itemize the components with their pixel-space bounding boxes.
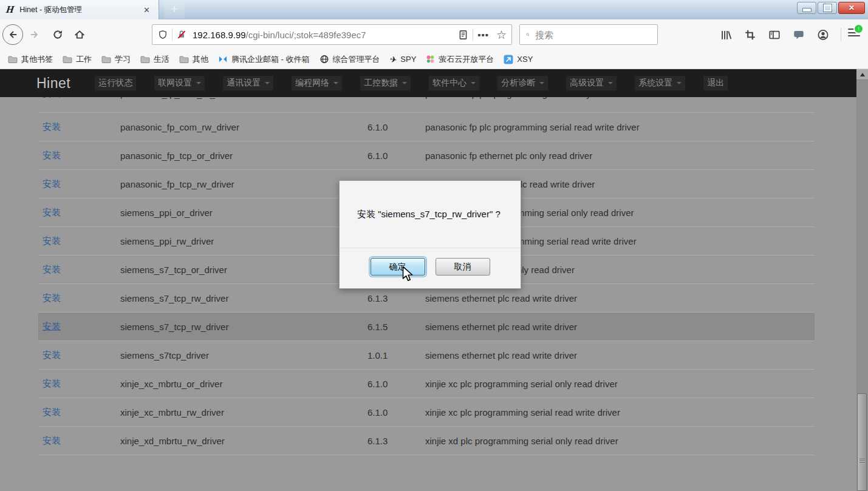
back-button[interactable] [2,24,23,45]
minimize-button[interactable] [797,2,816,14]
driver-version: 1.0.1 [367,350,388,361]
nav-item-logout[interactable]: 退出 [703,76,728,90]
search-input[interactable] [534,29,657,41]
url-host: 192.168.9.99 [193,30,246,40]
bookmark-spy[interactable]: ✈ SPY [385,53,422,66]
window-controls: ✕ [797,2,865,14]
reader-mode-icon[interactable] [458,30,468,40]
library-icon [720,29,732,41]
url-path: /cgi-bin/luci/;stok=489fe39ec7 [246,30,366,40]
install-link[interactable]: 安装 [43,293,61,303]
bookmarks-bar: 其他书签 工作 学习 生活 其他 腾讯企业邮箱 - 收件箱 综合管理平台 ✈ S… [0,50,868,69]
scrollbar-up-button[interactable] [856,69,868,80]
install-link[interactable]: 安装 [43,378,61,388]
install-link[interactable]: 安装 [43,235,61,246]
driver-name: siemens_s7_tcp_rw_driver [120,322,228,332]
close-icon: ✕ [849,4,855,12]
chat-extension-button[interactable] [793,29,805,41]
scrollbar-thumb[interactable] [857,393,867,491]
dialog-divider [340,248,521,248]
chevron-down-icon [265,82,270,87]
forward-button[interactable] [29,30,40,39]
install-link[interactable]: 安装 [43,264,61,274]
bookmark-folder-life[interactable]: 生活 [135,52,174,67]
chat-bubble-icon [793,29,805,41]
nav-item-run-status[interactable]: 运行状态 [95,76,136,90]
driver-name: panasonic_fp_tcp_rw_driver [120,179,234,189]
chevron-down-icon [333,82,338,87]
account-icon [817,29,829,41]
url-bar[interactable]: 192.168.9.99/cgi-bin/luci/;stok=489fe39e… [152,24,512,45]
cursor-arrow-icon [402,266,414,282]
triangle-up-icon [860,70,865,76]
nav-item-system-settings[interactable]: 系统设置 [635,76,685,90]
tab-close-icon[interactable]: ✕ [141,4,152,16]
account-button[interactable] [817,29,829,41]
install-link[interactable]: 安装 [43,150,61,160]
nav-item-programming-network[interactable]: 编程网络 [292,76,342,90]
folder-icon [179,55,189,64]
folder-icon [63,55,72,64]
back-arrow-icon [7,30,18,39]
bookmark-star-icon[interactable]: ☆ [496,29,507,41]
bookmark-tencent-exmail[interactable]: 腾讯企业邮箱 - 收件箱 [213,52,315,67]
nav-item-network-settings[interactable]: 联网设置 [154,76,205,90]
driver-version: 6.1.0 [367,122,388,132]
install-link[interactable]: 安装 [43,207,61,217]
table-row: 安装 panasonic_fp_tcp_or_driver 6.1.0 pana… [38,141,815,170]
bookmark-ezviz-platform[interactable]: 萤石云开放平台 [421,52,499,67]
update-badge: ↑ [853,24,864,34]
bookmark-xsy[interactable]: XSY [499,53,538,66]
bookmark-folder-work[interactable]: 工作 [58,52,97,67]
nav-item-diagnostics[interactable]: 分析诊断 [497,76,548,90]
nav-item-comm-settings[interactable]: 通讯设置 [223,76,273,90]
bookmark-management-platform[interactable]: 综合管理平台 [315,52,385,67]
chevron-down-icon [196,82,201,87]
driver-name: panasonic_fp_com_rw_driver [120,122,239,132]
menu-button[interactable]: ↑ [848,29,860,39]
insecure-lock-icon[interactable] [177,30,186,39]
close-button[interactable]: ✕ [838,2,865,14]
urlbar-divider [172,29,173,41]
search-box[interactable] [519,24,658,45]
chevron-down-icon [608,82,613,87]
tracking-shield-icon[interactable] [158,30,168,39]
globe-icon [320,55,329,64]
url-text[interactable]: 192.168.9.99/cgi-bin/luci/;stok=489fe39e… [193,30,458,40]
install-link[interactable]: 安装 [43,435,61,445]
nav-item-advanced-settings[interactable]: 高级设置 [566,76,617,90]
page-actions-icon[interactable]: ••• [477,30,489,40]
library-button[interactable] [720,29,732,41]
install-link[interactable]: 安装 [43,350,61,360]
driver-description: panasonic fp ethernet plc only read driv… [425,151,592,161]
scrollbar[interactable] [856,69,868,491]
minimize-icon [802,8,812,12]
bookmark-folder-other-bookmarks[interactable]: 其他书签 [3,52,58,67]
driver-version: 6.1.0 [367,379,388,389]
screenshot-button[interactable] [744,29,756,41]
install-link[interactable]: 安装 [43,321,61,331]
sidebar-button[interactable] [768,29,781,41]
install-link[interactable]: 安装 [43,407,61,417]
driver-description: panasonic fp plc programming serial read… [425,122,640,132]
nav-item-industrial-data[interactable]: 工控数据 [360,76,411,90]
new-tab-button[interactable]: + [164,1,185,18]
table-row: 安装 panasonic_fp_com_rw_driver 6.1.0 pana… [38,113,815,141]
tab-favicon: H [5,4,15,16]
browser-toolbar: 192.168.9.99/cgi-bin/luci/;stok=489fe39e… [0,19,868,50]
reload-icon [52,29,63,40]
restore-button[interactable] [818,2,837,14]
bookmark-folder-misc[interactable]: 其他 [174,52,213,67]
install-link[interactable]: 安装 [43,178,61,189]
install-link[interactable]: 安装 [43,121,61,132]
bookmark-folder-study[interactable]: 学习 [97,52,135,67]
browser-tab[interactable]: H Hinet - 驱动包管理 ✕ [0,0,159,19]
scrollbar-grip [859,459,865,464]
home-button[interactable] [74,29,85,40]
driver-name: xinje_xd_mbrtu_rw_driver [120,436,225,446]
ok-button[interactable]: 确定 [371,258,425,276]
nav-item-software-center[interactable]: 软件中心 [429,76,479,90]
reload-button[interactable] [52,29,63,40]
driver-name: siemens_s7tcp_driver [120,350,209,361]
cancel-button[interactable]: 取消 [436,258,490,276]
